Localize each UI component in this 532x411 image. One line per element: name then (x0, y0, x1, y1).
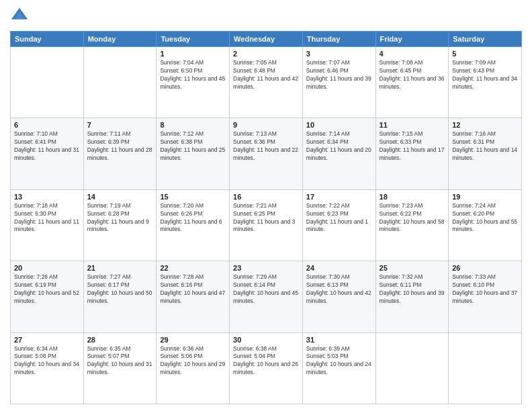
day-number: 25 (380, 264, 445, 272)
day-cell: 14Sunrise: 7:19 AM Sunset: 6:28 PM Dayli… (83, 189, 157, 261)
day-info: Sunrise: 7:15 AM Sunset: 6:33 PM Dayligh… (380, 130, 445, 163)
day-cell: 27Sunrise: 6:34 AM Sunset: 5:08 PM Dayli… (11, 332, 84, 404)
day-cell: 8Sunrise: 7:12 AM Sunset: 6:38 PM Daylig… (157, 118, 230, 189)
day-cell: 19Sunrise: 7:24 AM Sunset: 6:20 PM Dayli… (449, 189, 522, 261)
day-cell: 13Sunrise: 7:18 AM Sunset: 6:30 PM Dayli… (11, 189, 84, 261)
day-cell: 29Sunrise: 6:36 AM Sunset: 5:06 PM Dayli… (157, 332, 230, 404)
day-cell (83, 47, 157, 118)
day-info: Sunrise: 7:21 AM Sunset: 6:25 PM Dayligh… (233, 202, 299, 234)
day-number: 21 (87, 264, 153, 272)
day-number: 17 (306, 193, 372, 201)
day-number: 14 (87, 193, 153, 201)
day-number: 6 (14, 121, 80, 129)
day-number: 19 (452, 193, 518, 201)
day-header-tuesday: Tuesday (157, 32, 230, 47)
day-cell: 22Sunrise: 7:28 AM Sunset: 6:16 PM Dayli… (157, 261, 230, 332)
day-cell: 26Sunrise: 7:33 AM Sunset: 6:10 PM Dayli… (449, 261, 522, 332)
day-info: Sunrise: 7:28 AM Sunset: 6:16 PM Dayligh… (160, 273, 226, 306)
day-number: 30 (233, 336, 299, 344)
day-number: 24 (306, 264, 372, 272)
day-info: Sunrise: 7:26 AM Sunset: 6:19 PM Dayligh… (14, 273, 80, 306)
day-number: 1 (160, 50, 226, 58)
day-number: 29 (160, 336, 226, 344)
day-info: Sunrise: 7:04 AM Sunset: 6:50 PM Dayligh… (160, 59, 226, 91)
day-cell: 4Sunrise: 7:08 AM Sunset: 6:45 PM Daylig… (375, 47, 449, 118)
day-header-friday: Friday (375, 32, 449, 47)
day-cell: 10Sunrise: 7:14 AM Sunset: 6:34 PM Dayli… (302, 118, 375, 189)
day-cell: 24Sunrise: 7:30 AM Sunset: 6:13 PM Dayli… (302, 261, 375, 332)
day-number: 22 (160, 264, 226, 272)
day-info: Sunrise: 7:33 AM Sunset: 6:10 PM Dayligh… (452, 273, 518, 306)
day-info: Sunrise: 7:32 AM Sunset: 6:11 PM Dayligh… (380, 273, 445, 306)
day-info: Sunrise: 6:39 AM Sunset: 5:03 PM Dayligh… (306, 345, 372, 377)
day-info: Sunrise: 7:05 AM Sunset: 6:48 PM Dayligh… (233, 59, 299, 91)
day-cell: 20Sunrise: 7:26 AM Sunset: 6:19 PM Dayli… (11, 261, 84, 332)
day-number: 20 (14, 264, 80, 272)
day-cell (11, 47, 84, 118)
day-cell: 25Sunrise: 7:32 AM Sunset: 6:11 PM Dayli… (375, 261, 449, 332)
day-cell: 6Sunrise: 7:10 AM Sunset: 6:41 PM Daylig… (11, 118, 84, 189)
day-info: Sunrise: 7:13 AM Sunset: 6:36 PM Dayligh… (233, 130, 299, 163)
day-info: Sunrise: 7:14 AM Sunset: 6:34 PM Dayligh… (306, 130, 372, 163)
day-number: 7 (87, 121, 153, 129)
day-number: 9 (233, 121, 299, 129)
day-cell: 31Sunrise: 6:39 AM Sunset: 5:03 PM Dayli… (302, 332, 375, 404)
logo (10, 7, 32, 26)
day-info: Sunrise: 7:07 AM Sunset: 6:46 PM Dayligh… (306, 59, 372, 91)
day-info: Sunrise: 6:34 AM Sunset: 5:08 PM Dayligh… (14, 345, 80, 377)
day-info: Sunrise: 6:35 AM Sunset: 5:07 PM Dayligh… (87, 345, 153, 377)
day-cell (449, 332, 522, 404)
day-info: Sunrise: 6:36 AM Sunset: 5:06 PM Dayligh… (160, 345, 226, 377)
day-cell (375, 332, 449, 404)
day-header-monday: Monday (83, 32, 157, 47)
day-number: 10 (306, 121, 372, 129)
day-cell: 30Sunrise: 6:38 AM Sunset: 5:04 PM Dayli… (230, 332, 303, 404)
day-cell: 1Sunrise: 7:04 AM Sunset: 6:50 PM Daylig… (157, 47, 230, 118)
week-row-2: 6Sunrise: 7:10 AM Sunset: 6:41 PM Daylig… (11, 118, 522, 189)
day-number: 5 (452, 50, 518, 58)
day-info: Sunrise: 7:20 AM Sunset: 6:26 PM Dayligh… (160, 202, 226, 234)
day-info: Sunrise: 7:24 AM Sunset: 6:20 PM Dayligh… (452, 202, 518, 234)
day-cell: 21Sunrise: 7:27 AM Sunset: 6:17 PM Dayli… (83, 261, 157, 332)
day-cell: 15Sunrise: 7:20 AM Sunset: 6:26 PM Dayli… (157, 189, 230, 261)
day-number: 13 (14, 193, 80, 201)
header (10, 7, 522, 26)
day-info: Sunrise: 7:10 AM Sunset: 6:41 PM Dayligh… (14, 130, 80, 163)
day-info: Sunrise: 7:16 AM Sunset: 6:31 PM Dayligh… (452, 130, 518, 163)
day-number: 18 (380, 193, 445, 201)
day-number: 31 (306, 336, 372, 344)
week-row-4: 20Sunrise: 7:26 AM Sunset: 6:19 PM Dayli… (11, 261, 522, 332)
day-cell: 5Sunrise: 7:09 AM Sunset: 6:43 PM Daylig… (449, 47, 522, 118)
day-cell: 7Sunrise: 7:11 AM Sunset: 6:39 PM Daylig… (83, 118, 157, 189)
day-info: Sunrise: 7:08 AM Sunset: 6:45 PM Dayligh… (380, 59, 445, 91)
day-info: Sunrise: 7:19 AM Sunset: 6:28 PM Dayligh… (87, 202, 153, 234)
day-info: Sunrise: 7:27 AM Sunset: 6:17 PM Dayligh… (87, 273, 153, 306)
day-info: Sunrise: 7:29 AM Sunset: 6:14 PM Dayligh… (233, 273, 299, 306)
day-number: 27 (14, 336, 80, 344)
day-header-thursday: Thursday (302, 32, 375, 47)
day-cell: 23Sunrise: 7:29 AM Sunset: 6:14 PM Dayli… (230, 261, 303, 332)
day-info: Sunrise: 7:30 AM Sunset: 6:13 PM Dayligh… (306, 273, 372, 306)
day-cell: 12Sunrise: 7:16 AM Sunset: 6:31 PM Dayli… (449, 118, 522, 189)
day-info: Sunrise: 7:09 AM Sunset: 6:43 PM Dayligh… (452, 59, 518, 91)
day-info: Sunrise: 7:23 AM Sunset: 6:22 PM Dayligh… (380, 202, 445, 234)
day-number: 2 (233, 50, 299, 58)
day-number: 26 (452, 264, 518, 272)
day-cell: 3Sunrise: 7:07 AM Sunset: 6:46 PM Daylig… (302, 47, 375, 118)
day-info: Sunrise: 7:18 AM Sunset: 6:30 PM Dayligh… (14, 202, 80, 234)
day-cell: 11Sunrise: 7:15 AM Sunset: 6:33 PM Dayli… (375, 118, 449, 189)
logo-icon (10, 7, 29, 26)
header-row: SundayMondayTuesdayWednesdayThursdayFrid… (11, 32, 522, 47)
day-number: 16 (233, 193, 299, 201)
day-number: 28 (87, 336, 153, 344)
day-info: Sunrise: 7:12 AM Sunset: 6:38 PM Dayligh… (160, 130, 226, 163)
day-number: 12 (452, 121, 518, 129)
week-row-3: 13Sunrise: 7:18 AM Sunset: 6:30 PM Dayli… (11, 189, 522, 261)
day-info: Sunrise: 7:22 AM Sunset: 6:23 PM Dayligh… (306, 202, 372, 234)
day-number: 4 (380, 50, 445, 58)
day-number: 15 (160, 193, 226, 201)
week-row-1: 1Sunrise: 7:04 AM Sunset: 6:50 PM Daylig… (11, 47, 522, 118)
day-header-saturday: Saturday (449, 32, 522, 47)
day-cell: 2Sunrise: 7:05 AM Sunset: 6:48 PM Daylig… (230, 47, 303, 118)
day-info: Sunrise: 6:38 AM Sunset: 5:04 PM Dayligh… (233, 345, 299, 377)
